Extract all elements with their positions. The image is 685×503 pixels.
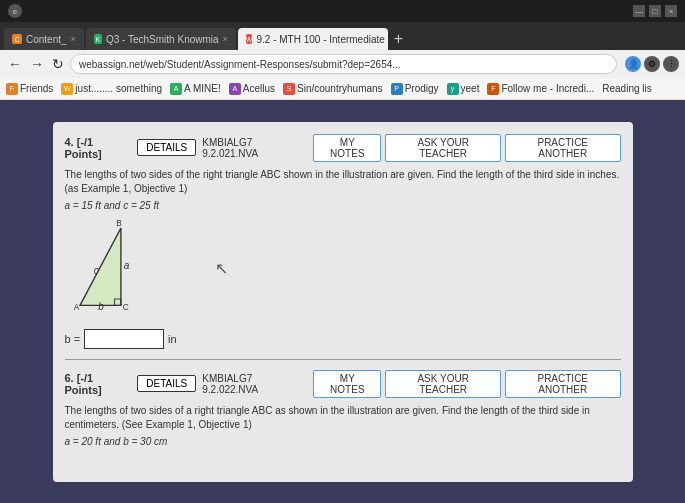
svg-text:b: b (98, 300, 104, 311)
tab-bar: C Content_ × K Q3 - TechSmith Knowmia × … (0, 22, 685, 50)
svg-text:c: c (93, 264, 98, 275)
tab2-close[interactable]: × (223, 34, 228, 44)
question4-text: The lengths of two sides of the right tr… (65, 168, 621, 196)
address-text: webassign.net/web/Student/Assignment-Res… (79, 59, 401, 70)
tab-knowmia[interactable]: K Q3 - TechSmith Knowmia × (86, 28, 236, 50)
menu-icon[interactable]: ⋮ (663, 56, 679, 72)
bookmark-reading-label: Reading lis (602, 83, 651, 94)
bookmark-mine[interactable]: A A MINE! (170, 83, 221, 95)
question4-header: 4. [-/1 Points] DETAILS KMBIALG7 9.2.021… (65, 134, 621, 162)
back-button[interactable]: ← (6, 56, 24, 72)
bookmark-prodigy-label: Prodigy (405, 83, 439, 94)
close-button[interactable]: × (665, 5, 677, 17)
bookmark-acellus[interactable]: A Acellus (229, 83, 275, 95)
maximize-button[interactable]: □ (649, 5, 661, 17)
question4-right-buttons: MY NOTES ASK YOUR TEACHER PRACTICE ANOTH… (313, 134, 620, 162)
triangle-diagram: c b a A B C (65, 219, 195, 319)
bookmark-follow-icon: F (487, 83, 499, 95)
tab3-favicon: W (246, 34, 253, 44)
bookmark-mine-icon: A (170, 83, 182, 95)
browser-icon: e (8, 4, 22, 18)
question6-right-buttons: MY NOTES ASK YOUR TEACHER PRACTICE ANOTH… (313, 370, 620, 398)
nav-icons: 👤 ⚙ ⋮ (625, 56, 679, 72)
bookmark-friends-label: Friends (20, 83, 53, 94)
new-tab-button[interactable]: + (390, 30, 407, 48)
minimize-button[interactable]: — (633, 5, 645, 17)
question4-given-values: a = 15 ft and c = 25 ft (65, 200, 621, 211)
tab-content[interactable]: C Content_ × (4, 28, 84, 50)
bookmark-mine-label: A MINE! (184, 83, 221, 94)
bookmark-prodigy[interactable]: P Prodigy (391, 83, 439, 95)
question4-answer-unit: in (168, 333, 177, 345)
page-content: 4. [-/1 Points] DETAILS KMBIALG7 9.2.021… (0, 100, 685, 503)
bookmark-prodigy-icon: P (391, 83, 403, 95)
question4-practice-button[interactable]: PRACTICE ANOTHER (505, 134, 621, 162)
reload-button[interactable]: ↻ (50, 56, 66, 72)
assignment-panel: 4. [-/1 Points] DETAILS KMBIALG7 9.2.021… (53, 122, 633, 482)
cursor-indicator: ↖ (215, 259, 228, 278)
question4-answer-prefix: b = (65, 333, 81, 345)
question4-ask-teacher-button[interactable]: ASK YOUR TEACHER (385, 134, 501, 162)
bookmark-friends[interactable]: F Friends (6, 83, 53, 95)
question4-code: KMBIALG7 9.2.021.NVA (202, 137, 307, 159)
tab3-label: 9.2 - MTH 100 - Intermediate C... (256, 34, 387, 45)
tab2-label: Q3 - TechSmith Knowmia (106, 34, 219, 45)
nav-bar: ← → ↻ webassign.net/web/Student/Assignme… (0, 50, 685, 78)
svg-text:C: C (122, 302, 128, 311)
tab-math-active[interactable]: W 9.2 - MTH 100 - Intermediate C... × (238, 28, 388, 50)
bookmark-just[interactable]: W just........ something (61, 83, 162, 95)
bookmarks-bar: F Friends W just........ something A A M… (0, 78, 685, 100)
svg-marker-0 (80, 228, 121, 305)
bookmark-friends-icon: F (6, 83, 18, 95)
window-controls: — □ × (633, 5, 677, 17)
forward-button[interactable]: → (28, 56, 46, 72)
bookmark-acellus-icon: A (229, 83, 241, 95)
bookmark-yeet[interactable]: y yeet (447, 83, 480, 95)
question6-given-values: a = 20 ft and b = 30 cm (65, 436, 621, 447)
question4-my-notes-button[interactable]: MY NOTES (313, 134, 381, 162)
question6-my-notes-button[interactable]: MY NOTES (313, 370, 381, 398)
bookmark-follow[interactable]: F Follow me - Incredi... (487, 83, 594, 95)
question6-ask-teacher-button[interactable]: ASK YOUR TEACHER (385, 370, 501, 398)
tab1-close[interactable]: × (71, 34, 76, 44)
svg-text:a: a (123, 260, 129, 271)
bookmark-acellus-label: Acellus (243, 83, 275, 94)
question6-code: KMBIALG7 9.2.022.NVA (202, 373, 307, 395)
question6-section: 6. [-/1 Points] DETAILS KMBIALG7 9.2.022… (65, 370, 621, 447)
tab2-favicon: K (94, 34, 102, 44)
question4-diagram-area: c b a A B C ↖ (65, 219, 621, 319)
svg-text:A: A (73, 302, 79, 311)
question6-header: 6. [-/1 Points] DETAILS KMBIALG7 9.2.022… (65, 370, 621, 398)
tab1-favicon: C (12, 34, 22, 44)
question4-answer-input[interactable] (84, 329, 164, 349)
bookmark-sin-label: Sin/countryhumans (297, 83, 383, 94)
extensions-icon[interactable]: ⚙ (644, 56, 660, 72)
question6-practice-button[interactable]: PRACTICE ANOTHER (505, 370, 621, 398)
address-bar[interactable]: webassign.net/web/Student/Assignment-Res… (70, 54, 617, 74)
bookmark-yeet-label: yeet (461, 83, 480, 94)
question6-details-button[interactable]: DETAILS (137, 375, 196, 392)
bookmark-just-label: just........ something (75, 83, 162, 94)
bookmark-just-icon: W (61, 83, 73, 95)
profile-icon[interactable]: 👤 (625, 56, 641, 72)
tab1-label: Content_ (26, 34, 67, 45)
bookmark-sin-icon: S (283, 83, 295, 95)
question4-section: 4. [-/1 Points] DETAILS KMBIALG7 9.2.021… (65, 134, 621, 349)
question4-details-button[interactable]: DETAILS (137, 139, 196, 156)
title-bar: e — □ × (0, 0, 685, 22)
question6-points: 6. [-/1 Points] (65, 372, 132, 396)
bookmark-sin[interactable]: S Sin/countryhumans (283, 83, 383, 95)
question4-answer-area: b = in (65, 329, 621, 349)
browser-chrome: e — □ × C Content_ × K Q3 - TechSmith Kn… (0, 0, 685, 100)
question-divider (65, 359, 621, 360)
bookmark-yeet-icon: y (447, 83, 459, 95)
question6-text: The lengths of two sides of a right tria… (65, 404, 621, 432)
svg-text:B: B (116, 219, 122, 228)
bookmark-follow-label: Follow me - Incredi... (501, 83, 594, 94)
bookmark-reading[interactable]: Reading lis (602, 83, 651, 94)
question4-points: 4. [-/1 Points] (65, 136, 132, 160)
